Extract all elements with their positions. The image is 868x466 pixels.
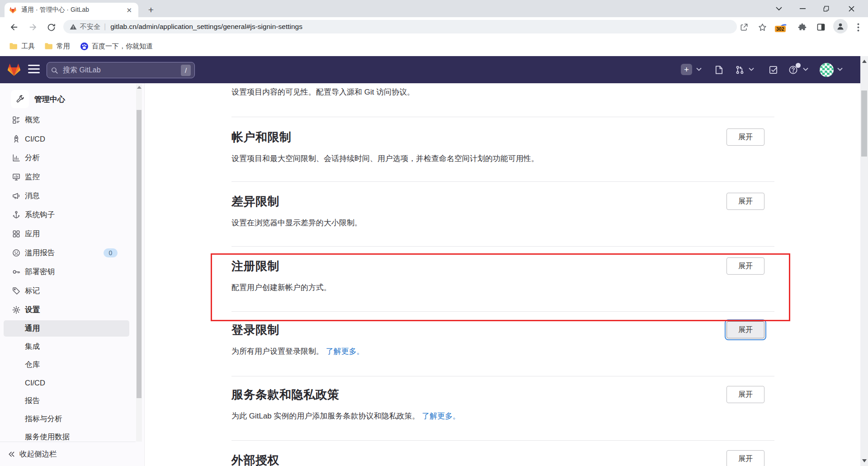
screen: 通用 · 管理中心 · GitLab ✕ + 不安全 | gitlab.cn/a… xyxy=(0,0,868,466)
help-chevron-icon[interactable] xyxy=(803,67,808,72)
sidebar-scrollbar-thumb[interactable] xyxy=(137,110,142,398)
window-minimize-button[interactable] xyxy=(792,0,813,17)
url-text: gitlab.cn/admin/application_settings/gen… xyxy=(110,23,302,31)
section-external-authorization: 外部授权 展开 xyxy=(231,452,774,466)
learn-more-link[interactable]: 了解更多。 xyxy=(326,347,364,356)
page-scroll-up-arrow[interactable] xyxy=(862,60,867,63)
sidebar-subitem-reporting[interactable]: 报告 xyxy=(0,392,136,410)
sidebar-subitem-general[interactable]: 通用 xyxy=(0,319,136,338)
tab-title: 通用 · 管理中心 · GitLab xyxy=(21,6,124,14)
page-scrollbar-thumb[interactable] xyxy=(861,90,867,157)
sidebar-item-analytics[interactable]: 分析 xyxy=(0,148,136,167)
sidebar-item-applications[interactable]: 应用 xyxy=(0,224,136,243)
user-avatar[interactable] xyxy=(820,63,834,77)
new-tab-button[interactable]: + xyxy=(145,4,157,16)
create-new-button[interactable]: + xyxy=(681,64,692,75)
sidebar-header-label: 管理中心 xyxy=(34,94,65,105)
visibility-section-description: 设置项目内容的可见性。配置导入源和 Git 访问协议。 xyxy=(231,87,415,97)
merge-request-icon[interactable] xyxy=(733,63,746,76)
gitlab-logo[interactable] xyxy=(7,62,21,76)
section-title: 登录限制 xyxy=(231,322,774,338)
sidebar-subitem-metrics[interactable]: 指标与分析 xyxy=(0,410,136,428)
global-search-box[interactable]: / xyxy=(47,62,195,78)
hamburger-menu-icon[interactable] xyxy=(28,65,40,75)
window-maximize-button[interactable] xyxy=(816,0,836,17)
todos-icon[interactable] xyxy=(767,63,779,76)
sidebar-item-messages[interactable]: 消息 xyxy=(0,186,136,205)
share-icon[interactable] xyxy=(738,21,750,33)
wrench-icon xyxy=(11,90,29,108)
search-input[interactable] xyxy=(62,66,181,75)
browser-menu-kebab-icon[interactable] xyxy=(852,21,864,33)
sidebar-subitem-repository[interactable]: 仓库 xyxy=(0,356,136,374)
bookmark-star-icon[interactable] xyxy=(756,21,769,33)
proxy-extension-icon[interactable]: 302 xyxy=(776,21,788,33)
abuse-reports-badge: 0 xyxy=(104,248,118,257)
collapse-sidebar-button[interactable]: 收起侧边栏 xyxy=(0,442,136,466)
expand-button-diff-limits[interactable]: 展开 xyxy=(726,193,764,210)
sidebar-item-system-hooks[interactable]: 系统钩子 xyxy=(0,205,136,224)
sidebar-item-deploy-keys[interactable]: 部署密钥 xyxy=(0,262,136,281)
bookmark-folder-common[interactable]: 常用 xyxy=(44,41,70,52)
monitor-icon xyxy=(12,172,21,181)
browser-profile-avatar[interactable] xyxy=(833,19,848,33)
side-panel-icon[interactable] xyxy=(815,21,827,33)
apps-grid-icon xyxy=(12,229,21,238)
section-description: 为此 GitLab 实例的用户添加服务条款协议和隐私政策。 了解更多。 xyxy=(231,411,460,421)
gitlab-favicon xyxy=(9,6,17,14)
address-bar[interactable]: 不安全 | gitlab.cn/admin/application_settin… xyxy=(63,20,737,33)
bookmark-folder-tools[interactable]: 工具 xyxy=(9,41,35,52)
bookmark-label: 百度一下，你就知道 xyxy=(92,42,153,51)
window-close-button[interactable] xyxy=(841,0,862,17)
search-shortcut-key: / xyxy=(181,65,191,76)
bookmark-label: 常用 xyxy=(57,42,70,51)
expand-button-external-auth[interactable]: 展开 xyxy=(726,450,764,466)
expand-button-signin-restrictions[interactable]: 展开 xyxy=(726,321,764,338)
section-title: 帐户和限制 xyxy=(231,129,774,145)
expand-button-account-limits[interactable]: 展开 xyxy=(726,128,764,146)
help-notification-dot xyxy=(796,63,801,68)
key-icon xyxy=(12,267,21,276)
create-new-chevron-icon[interactable] xyxy=(696,67,702,72)
learn-more-link[interactable]: 了解更多。 xyxy=(422,412,460,420)
sidebar-subitem-cicd[interactable]: CI/CD xyxy=(0,374,136,392)
sidebar-item-monitoring[interactable]: 监控 xyxy=(0,167,136,186)
section-diff-limits: 差异限制 设置在浏览器中显示差异的大小限制。 展开 xyxy=(231,194,774,239)
sidebar-item-settings[interactable]: 设置 xyxy=(0,300,136,319)
overview-icon xyxy=(12,115,21,124)
page-scroll-down-arrow[interactable] xyxy=(862,459,867,462)
expand-button-terms[interactable]: 展开 xyxy=(726,386,764,403)
section-divider xyxy=(231,311,774,312)
browser-tab[interactable]: 通用 · 管理中心 · GitLab ✕ xyxy=(5,3,138,17)
tab-search-icon[interactable] xyxy=(769,0,789,17)
section-signup-restrictions: 注册限制 配置用户创建新帐户的方式。 展开 xyxy=(231,258,774,304)
double-chevron-left-icon xyxy=(8,451,15,457)
user-menu-chevron-icon[interactable] xyxy=(837,67,843,72)
tab-close-icon[interactable]: ✕ xyxy=(124,6,134,14)
sidebar-item-labels[interactable]: 标记 xyxy=(0,281,136,300)
sidebar-item-cicd[interactable]: CI/CD xyxy=(0,129,136,148)
baidu-paw-icon xyxy=(80,43,88,50)
extensions-puzzle-icon[interactable] xyxy=(796,21,808,33)
sidebar-item-abuse-reports[interactable]: 滥用报告 0 xyxy=(0,243,136,262)
tag-icon xyxy=(12,286,21,295)
sidebar-item-overview[interactable]: 概览 xyxy=(0,110,136,129)
section-description: 配置用户创建新帐户的方式。 xyxy=(231,282,331,293)
insecure-warning-icon xyxy=(70,24,77,30)
forward-icon[interactable] xyxy=(27,21,39,33)
issues-icon[interactable] xyxy=(712,63,725,76)
rocket-icon xyxy=(12,134,21,143)
merge-request-chevron-icon[interactable] xyxy=(749,67,754,72)
sidebar-scroll-up-arrow[interactable] xyxy=(137,86,142,89)
bookmark-baidu[interactable]: 百度一下，你就知道 xyxy=(80,41,153,52)
url-separator: | xyxy=(104,23,106,31)
reload-icon[interactable] xyxy=(45,21,57,33)
hook-anchor-icon xyxy=(12,210,21,219)
expand-button-signup-restrictions[interactable]: 展开 xyxy=(726,257,764,275)
sidebar-header-admin-area[interactable]: 管理中心 xyxy=(0,89,65,109)
section-description: 设置在浏览器中显示差异的大小限制。 xyxy=(231,218,362,228)
section-terms-privacy: 服务条款和隐私政策 为此 GitLab 实例的用户添加服务条款协议和隐私政策。 … xyxy=(231,387,774,432)
sidebar-subitem-integrations[interactable]: 集成 xyxy=(0,338,136,356)
back-icon[interactable] xyxy=(8,21,20,33)
section-title: 外部授权 xyxy=(231,452,774,466)
